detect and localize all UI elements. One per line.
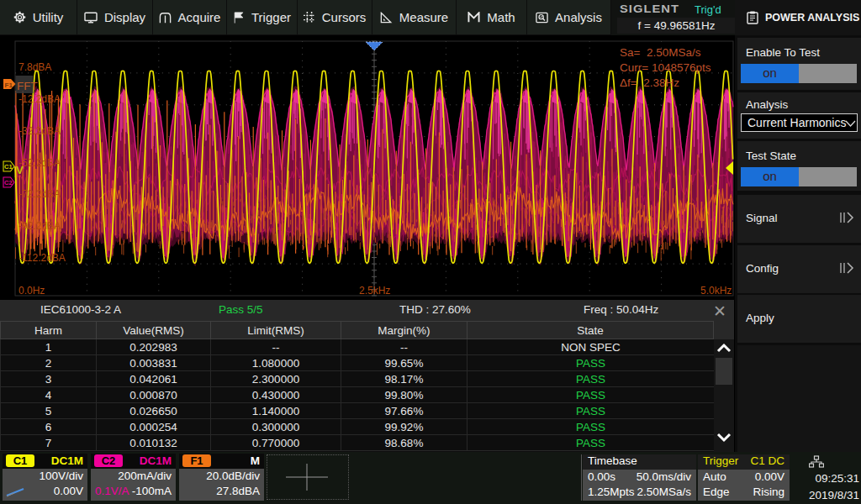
svg-text:7.8dBA: 7.8dBA	[18, 61, 51, 73]
svg-text:5.0kHz: 5.0kHz	[700, 285, 732, 297]
svg-text:0.0Hz: 0.0Hz	[18, 285, 45, 297]
svg-text:Sa= 2.50MSa/s: Sa= 2.50MSa/s	[620, 46, 701, 59]
svg-text:Curr= 1048576pts: Curr= 1048576pts	[620, 61, 711, 74]
svg-text:-92.2dBA: -92.2dBA	[18, 220, 61, 232]
svg-text:-112.2dBA: -112.2dBA	[18, 252, 66, 264]
svg-text:2.5kHz: 2.5kHz	[359, 285, 390, 297]
svg-text:-72.2dBA: -72.2dBA	[18, 188, 61, 200]
svg-text:C1: C1	[4, 163, 13, 171]
svg-text:FFT: FFT	[17, 80, 38, 92]
svg-text:Δf= 2.38Hz: Δf= 2.38Hz	[620, 76, 679, 89]
svg-text:C2: C2	[4, 179, 13, 186]
svg-text:-52.2dBA: -52.2dBA	[18, 157, 61, 169]
svg-text:-12.2dBA: -12.2dBA	[18, 93, 61, 105]
svg-text:F1: F1	[5, 81, 13, 89]
svg-text:-32.2dBA: -32.2dBA	[18, 125, 61, 137]
svg-text:V: V	[16, 164, 24, 176]
